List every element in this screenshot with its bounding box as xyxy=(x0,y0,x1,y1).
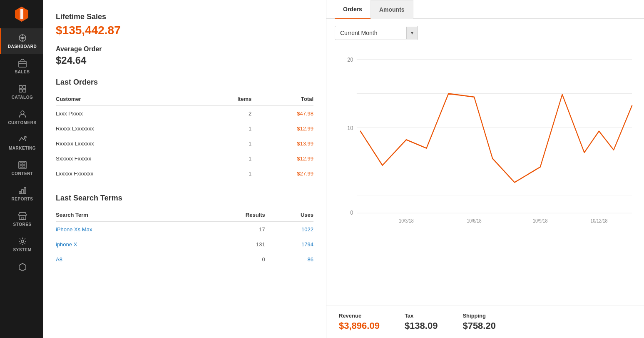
search-table: Search Term Results Uses iPhone Xs Max17… xyxy=(56,208,313,267)
svg-rect-9 xyxy=(19,61,26,67)
svg-text:10/3/18: 10/3/18 xyxy=(399,218,413,223)
order-customer: Rxxxxx Lxxxxxx xyxy=(56,136,199,151)
sales-nav-label: SALES xyxy=(15,70,30,74)
sidebar-item-marketing[interactable]: MARKETING xyxy=(0,130,43,155)
last-orders-title: Last Orders xyxy=(56,78,313,87)
chart-stats: Revenue $3,896.09 Tax $138.09 Shipping $… xyxy=(326,305,644,338)
order-total: $12.99 xyxy=(251,151,313,166)
order-customer: Lxxx Pxxxx xyxy=(56,106,199,121)
sidebar-item-catalog[interactable]: CATALOG xyxy=(0,79,43,105)
avg-order-value: $24.64 xyxy=(56,55,313,66)
search-uses[interactable]: 1022 xyxy=(265,222,313,237)
order-items: 1 xyxy=(199,121,251,136)
tax-value: $138.09 xyxy=(405,320,438,331)
revenue-value: $3,896.09 xyxy=(339,320,380,331)
sidebar-item-customers[interactable]: CUSTOMERS xyxy=(0,105,43,130)
table-row: Sxxxxx Fxxxxx1$12.99 xyxy=(56,151,313,166)
main-content: Lifetime Sales $135,442.87 Average Order… xyxy=(43,0,644,338)
catalog-icon xyxy=(18,84,27,93)
sidebar-item-stores[interactable]: STORES xyxy=(0,206,43,232)
sidebar: DASHBOARD SALES CATALOG xyxy=(0,0,43,338)
reports-nav-label: REPORTS xyxy=(12,197,33,201)
period-select[interactable]: Current Month ▾ xyxy=(335,26,418,40)
tab-orders[interactable]: Orders xyxy=(335,0,370,19)
sidebar-item-sales[interactable]: SALES xyxy=(0,54,43,79)
svg-rect-2 xyxy=(20,9,23,19)
stat-revenue: Revenue $3,896.09 xyxy=(339,313,380,331)
shipping-value: $758.20 xyxy=(462,320,496,331)
lifetime-sales-value: $135,442.87 xyxy=(56,24,313,37)
table-row: A8086 xyxy=(56,252,313,267)
svg-rect-12 xyxy=(23,85,26,88)
svg-point-16 xyxy=(25,136,26,138)
svg-text:20: 20 xyxy=(347,56,353,63)
sales-icon xyxy=(18,59,27,68)
svg-rect-23 xyxy=(22,190,23,194)
order-items: 1 xyxy=(199,166,251,181)
lifetime-sales-section: Lifetime Sales $135,442.87 xyxy=(56,13,313,37)
period-arrow-icon: ▾ xyxy=(406,27,418,39)
reports-icon xyxy=(18,186,27,195)
search-col-uses: Uses xyxy=(265,208,313,222)
search-results: 131 xyxy=(192,237,265,252)
svg-text:10: 10 xyxy=(347,125,353,131)
customers-nav-label: CUSTOMERS xyxy=(8,120,36,125)
right-panel: Orders Amounts Current Month ▾ xyxy=(326,0,644,338)
svg-rect-11 xyxy=(19,85,22,88)
svg-rect-26 xyxy=(22,217,23,220)
svg-rect-24 xyxy=(24,188,26,194)
order-total: $13.99 xyxy=(251,136,313,151)
search-term[interactable]: iPhone Xs Max xyxy=(56,222,192,237)
order-items: 1 xyxy=(199,136,251,151)
order-total: $12.99 xyxy=(251,121,313,136)
revenue-label: Revenue xyxy=(339,313,380,319)
left-panel: Lifetime Sales $135,442.87 Average Order… xyxy=(43,0,326,338)
sidebar-item-content[interactable]: CONTENT xyxy=(0,155,43,181)
order-items: 2 xyxy=(199,106,251,121)
sidebar-item-find[interactable] xyxy=(0,257,43,278)
svg-text:10/9/18: 10/9/18 xyxy=(533,218,547,223)
svg-point-15 xyxy=(21,111,24,114)
marketing-nav-label: MARKETING xyxy=(9,146,36,150)
search-uses[interactable]: 1794 xyxy=(265,237,313,252)
search-term[interactable]: A8 xyxy=(56,252,192,267)
sidebar-item-dashboard[interactable]: DASHBOARD xyxy=(0,28,43,54)
order-customer: Sxxxxx Fxxxxx xyxy=(56,151,199,166)
customers-icon xyxy=(18,110,27,119)
order-total: $47.98 xyxy=(251,106,313,121)
lifetime-sales-label: Lifetime Sales xyxy=(56,13,313,21)
content-area: Lifetime Sales $135,442.87 Average Order… xyxy=(43,0,644,338)
orders-col-customer: Customer xyxy=(56,93,199,106)
svg-rect-22 xyxy=(19,192,21,194)
search-uses[interactable]: 86 xyxy=(265,252,313,267)
search-results: 0 xyxy=(192,252,265,267)
sidebar-item-reports[interactable]: REPORTS xyxy=(0,181,43,206)
search-results: 17 xyxy=(192,222,265,237)
orders-col-total: Total xyxy=(251,93,313,106)
search-term[interactable]: iphone X xyxy=(56,237,192,252)
avg-order-label: Average Order xyxy=(56,45,313,53)
svg-marker-28 xyxy=(19,263,26,271)
tax-label: Tax xyxy=(405,313,438,319)
dashboard-nav-label: DASHBOARD xyxy=(8,44,37,49)
magento-logo-icon xyxy=(12,5,31,23)
order-customer: Lxxxxx Fxxxxxx xyxy=(56,166,199,181)
avg-order-section: Average Order $24.64 xyxy=(56,45,313,66)
svg-rect-19 xyxy=(23,163,25,165)
svg-rect-20 xyxy=(20,165,22,168)
stores-icon xyxy=(18,211,27,220)
table-row: iphone X1311794 xyxy=(56,237,313,252)
shipping-label: Shipping xyxy=(462,313,496,319)
period-label: Current Month xyxy=(335,26,406,40)
tab-amounts[interactable]: Amounts xyxy=(370,0,413,19)
table-row: Rxxxx Lxxxxxxx1$12.99 xyxy=(56,121,313,136)
order-items: 1 xyxy=(199,151,251,166)
orders-col-items: Items xyxy=(199,93,251,106)
svg-rect-25 xyxy=(19,215,26,220)
catalog-nav-label: CATALOG xyxy=(12,95,33,100)
order-customer: Rxxxx Lxxxxxxx xyxy=(56,121,199,136)
marketing-icon xyxy=(18,135,27,144)
orders-table: Customer Items Total Lxxx Pxxxx2$47.98Rx… xyxy=(56,93,313,181)
svg-text:10/6/18: 10/6/18 xyxy=(467,218,481,223)
sidebar-item-system[interactable]: SYSTEM xyxy=(0,232,43,257)
